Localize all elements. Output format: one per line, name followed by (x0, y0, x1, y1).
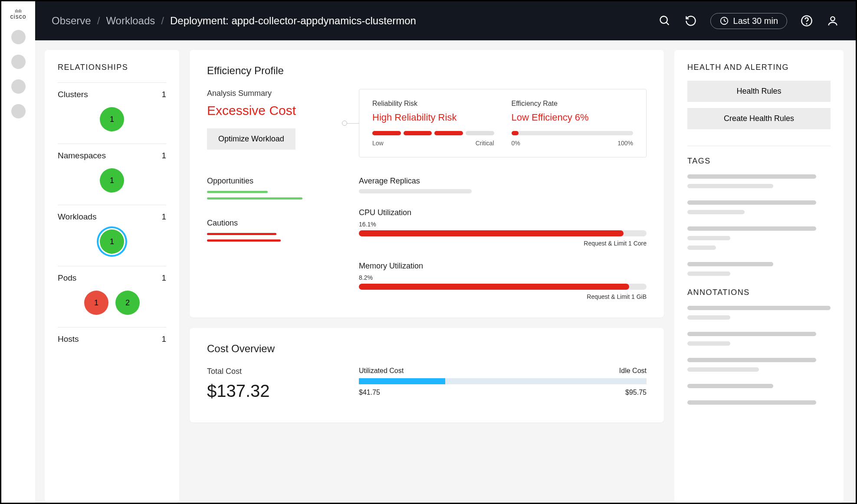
utilized-cost-label: Utilizated Cost (359, 367, 404, 375)
nav-dot-2[interactable] (11, 55, 26, 69)
clock-icon (719, 16, 729, 26)
status-bubble-selected[interactable]: 1 (100, 229, 124, 254)
refresh-icon[interactable] (684, 14, 697, 27)
mem-util-caption: Request & Limit 1 GiB (359, 293, 647, 300)
efficiency-high-label: 100% (617, 140, 633, 147)
rel-count: 1 (161, 212, 166, 222)
mem-util-percent: 8.2% (359, 274, 647, 281)
avg-replicas-label: Average Replicas (359, 177, 647, 186)
rel-section-hosts[interactable]: Hosts 1 (58, 327, 166, 344)
reliability-low-label: Low (372, 140, 384, 147)
reliability-risk-value: High Reliability Risk (372, 112, 494, 123)
reliability-indicator (372, 131, 494, 135)
annotations-placeholder (687, 306, 831, 320)
annotations-placeholder (687, 358, 831, 372)
relationships-panel: RELATIONSHIPS Clusters 1 1 Namespaces 1 (45, 50, 179, 503)
right-panel: HEALTH AND ALERTING Health Rules Create … (674, 50, 844, 503)
status-bubble[interactable]: 1 (100, 168, 124, 193)
rel-label: Hosts (58, 334, 79, 344)
health-rules-button[interactable]: Health Rules (687, 81, 831, 102)
left-nav-rail: ılıılı cisco (1, 1, 35, 503)
svg-point-5 (831, 17, 834, 21)
health-alerting-title: HEALTH AND ALERTING (687, 63, 831, 72)
cpu-util-title: CPU Utilization (359, 208, 647, 217)
rel-label: Workloads (58, 212, 96, 222)
cautions-label: Cautions (207, 219, 346, 228)
mem-util-bar (359, 284, 647, 290)
cost-title: Cost Overview (207, 343, 647, 355)
rel-label: Pods (58, 273, 76, 283)
avg-replicas-placeholder (359, 189, 472, 193)
svg-point-4 (806, 23, 807, 24)
cpu-util-percent: 16.1% (359, 221, 647, 228)
mem-util-title: Memory Utilization (359, 262, 647, 271)
breadcrumb: Observe / Workloads / Deployment: appd-c… (52, 15, 416, 27)
efficiency-rate-bar (512, 131, 634, 135)
cpu-util-bar (359, 230, 647, 236)
total-cost-label: Total Cost (207, 367, 346, 376)
top-bar: Observe / Workloads / Deployment: appd-c… (35, 1, 856, 40)
create-health-rules-button[interactable]: Create Health Rules (687, 108, 831, 129)
time-range-selector[interactable]: Last 30 min (710, 13, 787, 29)
rel-count: 1 (161, 90, 166, 99)
breadcrumb-observe[interactable]: Observe (52, 15, 91, 27)
rel-section-workloads[interactable]: Workloads 1 1 (58, 205, 166, 266)
tags-placeholder (687, 262, 831, 276)
status-bubble[interactable]: 2 (115, 291, 140, 315)
annotations-placeholder (687, 400, 831, 405)
tags-placeholder (687, 174, 831, 188)
total-cost-value: $137.32 (207, 381, 346, 401)
efficiency-rate-value: Low Efficiency 6% (512, 112, 634, 123)
relationships-title: RELATIONSHIPS (58, 63, 166, 72)
cisco-logo: ılıılı cisco (10, 9, 26, 20)
nav-dot-3[interactable] (11, 79, 26, 94)
tags-placeholder (687, 226, 831, 250)
analysis-summary-label: Analysis Summary (207, 89, 346, 98)
efficiency-low-label: 0% (512, 140, 520, 147)
efficiency-profile-card: Efficiency Profile Analysis Summary Exce… (190, 50, 664, 317)
rel-count: 1 (161, 273, 166, 283)
annotations-title: ANNOTATIONS (687, 288, 831, 297)
utilized-cost-value: $41.75 (359, 389, 380, 396)
time-range-label: Last 30 min (733, 16, 778, 26)
search-icon[interactable] (658, 14, 671, 27)
rel-count: 1 (161, 151, 166, 160)
opportunities-placeholder (207, 191, 346, 200)
risk-efficiency-box: Reliability Risk High Reliability Risk L… (359, 89, 647, 157)
reliability-risk-title: Reliability Risk (372, 100, 494, 108)
status-bubble[interactable]: 1 (100, 107, 124, 131)
tags-placeholder (687, 200, 831, 214)
optimize-workload-button[interactable]: Optimize Workload (207, 128, 296, 150)
rel-count: 1 (161, 334, 166, 344)
user-icon[interactable] (826, 14, 839, 27)
idle-cost-value: $95.75 (625, 389, 647, 396)
annotations-placeholder (687, 384, 831, 388)
rel-section-namespaces[interactable]: Namespaces 1 1 (58, 144, 166, 205)
svg-point-0 (660, 16, 667, 23)
efficiency-title: Efficiency Profile (207, 65, 647, 77)
nav-dot-1[interactable] (11, 30, 26, 44)
nav-dot-4[interactable] (11, 104, 26, 118)
help-icon[interactable] (800, 14, 813, 27)
cpu-util-caption: Request & Limit 1 Core (359, 240, 647, 247)
annotations-placeholder (687, 332, 831, 346)
cautions-placeholder (207, 233, 346, 242)
rel-section-clusters[interactable]: Clusters 1 1 (58, 82, 166, 144)
status-bubble[interactable]: 1 (84, 291, 108, 315)
cost-overview-card: Cost Overview Total Cost $137.32 Utiliza… (190, 328, 664, 422)
cost-bar (359, 378, 647, 384)
efficiency-rate-title: Efficiency Rate (512, 100, 634, 108)
idle-cost-label: Idle Cost (619, 367, 647, 375)
rel-section-pods[interactable]: Pods 1 1 2 (58, 266, 166, 327)
analysis-summary-value: Excessive Cost (207, 103, 346, 118)
opportunities-label: Opportunities (207, 177, 346, 186)
breadcrumb-current: Deployment: appd-collector-appdynamics-c… (170, 15, 416, 27)
reliability-high-label: Critical (476, 140, 494, 147)
svg-line-1 (666, 23, 669, 25)
breadcrumb-workloads[interactable]: Workloads (106, 15, 155, 27)
rel-label: Namespaces (58, 151, 106, 160)
rel-label: Clusters (58, 90, 88, 99)
tags-title: TAGS (687, 157, 831, 166)
